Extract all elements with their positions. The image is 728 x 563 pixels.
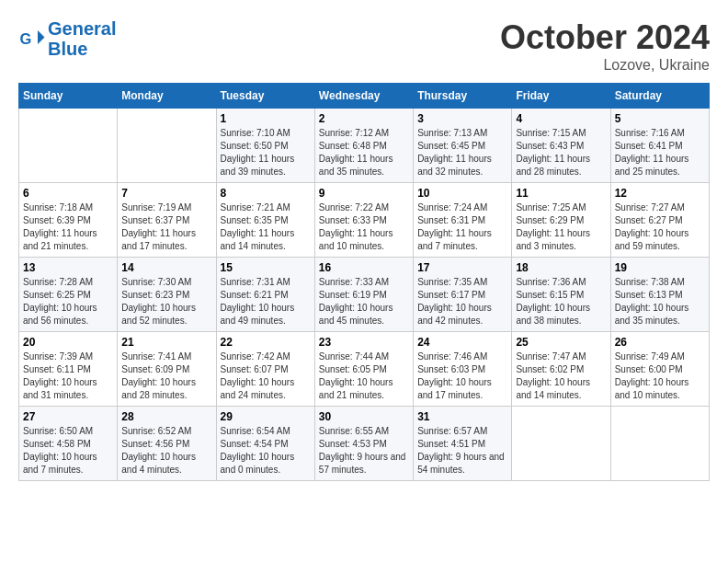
day-info: Sunrise: 7:28 AM Sunset: 6:25 PM Dayligh…	[23, 276, 113, 327]
calendar-cell: 19Sunrise: 7:38 AM Sunset: 6:13 PM Dayli…	[610, 258, 709, 332]
month-title: October 2024	[500, 18, 710, 57]
day-info: Sunrise: 7:33 AM Sunset: 6:19 PM Dayligh…	[319, 276, 409, 327]
day-number: 27	[23, 410, 113, 423]
day-info: Sunrise: 7:25 AM Sunset: 6:29 PM Dayligh…	[516, 201, 606, 253]
day-number: 28	[121, 410, 211, 423]
day-number: 18	[516, 261, 606, 274]
calendar-cell: 26Sunrise: 7:49 AM Sunset: 6:00 PM Dayli…	[610, 332, 709, 407]
calendar-week-2: 6Sunrise: 7:18 AM Sunset: 6:39 PM Daylig…	[19, 183, 710, 258]
day-number: 9	[319, 187, 409, 200]
logo-line1: General	[48, 18, 116, 39]
day-number: 24	[417, 336, 507, 349]
calendar-cell: 9Sunrise: 7:22 AM Sunset: 6:33 PM Daylig…	[314, 183, 413, 258]
logo-line2: Blue	[48, 39, 87, 59]
day-number: 25	[516, 336, 606, 349]
day-info: Sunrise: 7:27 AM Sunset: 6:27 PM Dayligh…	[615, 201, 705, 253]
day-info: Sunrise: 7:12 AM Sunset: 6:48 PM Dayligh…	[319, 127, 409, 178]
day-info: Sunrise: 7:22 AM Sunset: 6:33 PM Dayligh…	[319, 201, 409, 253]
day-info: Sunrise: 7:19 AM Sunset: 6:37 PM Dayligh…	[121, 201, 211, 253]
calendar-cell: 14Sunrise: 7:30 AM Sunset: 6:23 PM Dayli…	[118, 258, 216, 332]
day-number: 8	[221, 187, 311, 200]
day-number: 10	[417, 187, 507, 200]
calendar-cell: 20Sunrise: 7:39 AM Sunset: 6:11 PM Dayli…	[19, 332, 118, 407]
day-info: Sunrise: 7:30 AM Sunset: 6:23 PM Dayligh…	[121, 276, 211, 327]
day-number: 30	[319, 410, 409, 423]
day-number: 26	[615, 336, 705, 349]
day-info: Sunrise: 7:10 AM Sunset: 6:50 PM Dayligh…	[221, 127, 311, 178]
column-header-monday: Monday	[118, 84, 216, 109]
day-number: 21	[121, 336, 211, 349]
day-number: 31	[417, 410, 507, 423]
day-number: 17	[417, 261, 507, 274]
day-info: Sunrise: 6:50 AM Sunset: 4:58 PM Dayligh…	[23, 425, 113, 477]
calendar-cell: 24Sunrise: 7:46 AM Sunset: 6:03 PM Dayli…	[414, 332, 512, 407]
calendar-cell: 12Sunrise: 7:27 AM Sunset: 6:27 PM Dayli…	[610, 183, 709, 258]
day-info: Sunrise: 7:13 AM Sunset: 6:45 PM Dayligh…	[417, 127, 507, 178]
day-info: Sunrise: 7:44 AM Sunset: 6:05 PM Dayligh…	[319, 350, 409, 402]
day-info: Sunrise: 7:16 AM Sunset: 6:41 PM Dayligh…	[615, 127, 705, 178]
calendar-cell: 5Sunrise: 7:16 AM Sunset: 6:41 PM Daylig…	[610, 109, 709, 183]
calendar-cell: 8Sunrise: 7:21 AM Sunset: 6:35 PM Daylig…	[216, 183, 314, 258]
day-info: Sunrise: 7:39 AM Sunset: 6:11 PM Dayligh…	[23, 350, 113, 402]
day-number: 3	[417, 112, 507, 125]
day-number: 4	[516, 112, 606, 125]
calendar-cell: 13Sunrise: 7:28 AM Sunset: 6:25 PM Dayli…	[19, 258, 118, 332]
day-number: 11	[516, 187, 606, 200]
logo-icon: G	[18, 25, 46, 52]
day-info: Sunrise: 7:41 AM Sunset: 6:09 PM Dayligh…	[121, 350, 211, 402]
calendar-cell	[19, 109, 118, 183]
day-number: 6	[23, 187, 113, 200]
calendar-cell: 15Sunrise: 7:31 AM Sunset: 6:21 PM Dayli…	[216, 258, 314, 332]
calendar-cell: 22Sunrise: 7:42 AM Sunset: 6:07 PM Dayli…	[216, 332, 314, 407]
day-number: 22	[221, 336, 311, 349]
column-header-friday: Friday	[512, 84, 610, 109]
calendar-cell	[610, 407, 709, 481]
svg-text:G: G	[20, 30, 32, 47]
calendar-cell: 10Sunrise: 7:24 AM Sunset: 6:31 PM Dayli…	[414, 183, 512, 258]
calendar-cell: 1Sunrise: 7:10 AM Sunset: 6:50 PM Daylig…	[216, 109, 314, 183]
calendar-cell: 31Sunrise: 6:57 AM Sunset: 4:51 PM Dayli…	[414, 407, 512, 481]
calendar-cell: 4Sunrise: 7:15 AM Sunset: 6:43 PM Daylig…	[512, 109, 610, 183]
day-info: Sunrise: 7:24 AM Sunset: 6:31 PM Dayligh…	[417, 201, 507, 253]
calendar-cell: 2Sunrise: 7:12 AM Sunset: 6:48 PM Daylig…	[314, 109, 413, 183]
day-number: 2	[319, 112, 409, 125]
day-number: 13	[23, 261, 113, 274]
day-number: 29	[221, 410, 311, 423]
calendar-cell: 23Sunrise: 7:44 AM Sunset: 6:05 PM Dayli…	[314, 332, 413, 407]
day-number: 23	[319, 336, 409, 349]
day-number: 12	[615, 187, 705, 200]
calendar-cell: 16Sunrise: 7:33 AM Sunset: 6:19 PM Dayli…	[314, 258, 413, 332]
day-info: Sunrise: 7:15 AM Sunset: 6:43 PM Dayligh…	[516, 127, 606, 178]
calendar-cell: 6Sunrise: 7:18 AM Sunset: 6:39 PM Daylig…	[19, 183, 118, 258]
calendar-week-4: 20Sunrise: 7:39 AM Sunset: 6:11 PM Dayli…	[19, 332, 710, 407]
day-number: 20	[23, 336, 113, 349]
calendar-cell: 25Sunrise: 7:47 AM Sunset: 6:02 PM Dayli…	[512, 332, 610, 407]
column-header-wednesday: Wednesday	[314, 84, 413, 109]
calendar-header-row: SundayMondayTuesdayWednesdayThursdayFrid…	[19, 84, 710, 109]
calendar-cell	[512, 407, 610, 481]
calendar-cell: 18Sunrise: 7:36 AM Sunset: 6:15 PM Dayli…	[512, 258, 610, 332]
title-area: October 2024 Lozove, Ukraine	[500, 18, 710, 74]
day-info: Sunrise: 7:49 AM Sunset: 6:00 PM Dayligh…	[615, 350, 705, 402]
calendar-table: SundayMondayTuesdayWednesdayThursdayFrid…	[18, 83, 710, 481]
day-info: Sunrise: 7:46 AM Sunset: 6:03 PM Dayligh…	[417, 350, 507, 402]
column-header-saturday: Saturday	[610, 84, 709, 109]
day-info: Sunrise: 7:36 AM Sunset: 6:15 PM Dayligh…	[516, 276, 606, 327]
day-info: Sunrise: 7:38 AM Sunset: 6:13 PM Dayligh…	[615, 276, 705, 327]
day-info: Sunrise: 7:42 AM Sunset: 6:07 PM Dayligh…	[221, 350, 311, 402]
day-number: 16	[319, 261, 409, 274]
calendar-week-1: 1Sunrise: 7:10 AM Sunset: 6:50 PM Daylig…	[19, 109, 710, 183]
column-header-thursday: Thursday	[414, 84, 512, 109]
location-subtitle: Lozove, Ukraine	[500, 57, 710, 74]
day-number: 15	[221, 261, 311, 274]
day-number: 5	[615, 112, 705, 125]
day-info: Sunrise: 6:57 AM Sunset: 4:51 PM Dayligh…	[417, 425, 507, 477]
calendar-cell	[118, 109, 216, 183]
day-info: Sunrise: 7:47 AM Sunset: 6:02 PM Dayligh…	[516, 350, 606, 402]
column-header-sunday: Sunday	[19, 84, 118, 109]
logo-text: General Blue	[48, 18, 116, 59]
calendar-cell: 29Sunrise: 6:54 AM Sunset: 4:54 PM Dayli…	[216, 407, 314, 481]
day-info: Sunrise: 7:18 AM Sunset: 6:39 PM Dayligh…	[23, 201, 113, 253]
calendar-cell: 17Sunrise: 7:35 AM Sunset: 6:17 PM Dayli…	[414, 258, 512, 332]
day-info: Sunrise: 6:55 AM Sunset: 4:53 PM Dayligh…	[319, 425, 409, 477]
